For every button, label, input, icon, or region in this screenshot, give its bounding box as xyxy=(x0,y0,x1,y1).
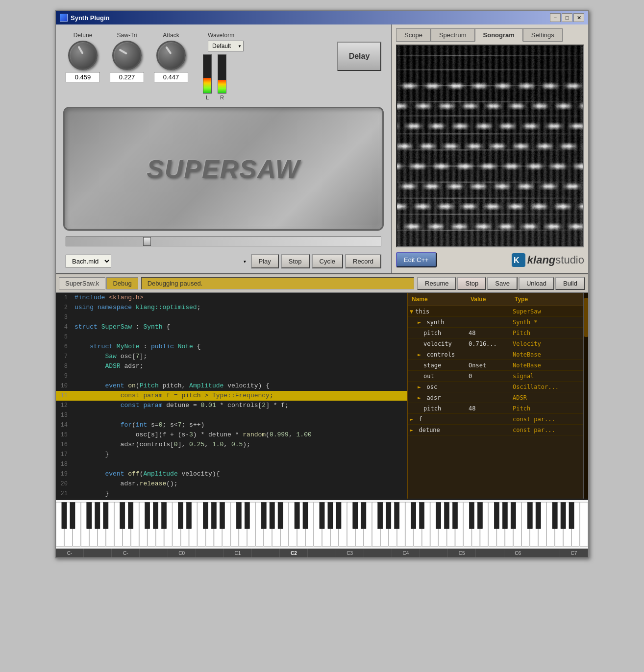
debug-row-adsr[interactable]: ► adsr ADSR xyxy=(408,392,583,403)
sawtri-label: Saw-Tri xyxy=(117,32,137,39)
klang-logo-icon: K xyxy=(512,253,525,267)
debug-row-stage[interactable]: stage Onset NoteBase xyxy=(408,360,583,371)
svg-rect-80 xyxy=(220,503,224,529)
sawtri-group: Saw-Tri 0.227 xyxy=(110,32,144,82)
code-editor[interactable]: 1 #include <klang.h> 2 using namespace k… xyxy=(56,293,407,499)
piano-label-c7: C7 xyxy=(560,549,588,557)
debug-row-detune[interactable]: ► detune const par... xyxy=(408,425,583,435)
svg-rect-106 xyxy=(527,503,532,529)
debug-panel: Name Value Type ▼this SuperSaw ► synth xyxy=(407,293,583,499)
tab-settings[interactable]: Settings xyxy=(523,28,563,42)
detune-knob[interactable] xyxy=(68,41,98,70)
unload-button[interactable]: Unload xyxy=(519,277,554,290)
svg-rect-109 xyxy=(561,503,566,529)
piano-label-empty8 xyxy=(476,549,504,557)
svg-rect-78 xyxy=(203,503,208,529)
svg-rect-91 xyxy=(353,503,358,529)
waveform-select[interactable]: Default Sine Square Triangle xyxy=(208,41,244,51)
debug-row-synth[interactable]: ► synth Synth * xyxy=(408,317,583,328)
delay-button[interactable]: Delay xyxy=(337,42,381,71)
svg-text:K: K xyxy=(514,256,520,264)
svg-rect-72 xyxy=(128,503,133,529)
piano: // Generate piano white keys inline C- C… xyxy=(56,499,588,557)
waveform-select-wrapper[interactable]: Default Sine Square Triangle xyxy=(208,41,244,51)
svg-rect-75 xyxy=(162,503,167,529)
code-line: 15 osc[s](f + (s-3) * detune * random(0.… xyxy=(56,430,407,440)
svg-rect-67 xyxy=(70,503,75,529)
svg-rect-93 xyxy=(378,503,383,529)
code-line: 6 struct MyNote : public Note { xyxy=(56,342,407,352)
debug-row-pitch2[interactable]: pitch 48 Pitch xyxy=(408,403,583,414)
build-button[interactable]: Build xyxy=(555,277,585,290)
tab-scope[interactable]: Scope xyxy=(396,28,431,42)
klang-logo-text: klangstudio xyxy=(527,254,584,266)
midi-select-wrapper[interactable]: Bach.mid xyxy=(66,255,249,268)
sawtri-knob[interactable] xyxy=(112,41,142,70)
debug-stop-button[interactable]: Stop xyxy=(457,277,486,290)
klang-logo: K klangstudio xyxy=(512,253,584,267)
debug-row-this[interactable]: ▼this SuperSaw xyxy=(408,306,583,317)
tab-spectrum[interactable]: Spectrum xyxy=(431,28,475,42)
piano-label-c-minus2: C- xyxy=(112,549,140,557)
tab-sonogram[interactable]: Sonogram xyxy=(475,28,523,42)
white-keys-container: // Generate piano white keys inline xyxy=(56,500,588,549)
cycle-button[interactable]: Cycle xyxy=(312,254,344,268)
minimize-button[interactable]: − xyxy=(550,13,561,22)
viz-footer: Edit C++ K klangstudio xyxy=(396,250,584,269)
close-button[interactable]: ✕ xyxy=(573,13,584,22)
vu-right-meter xyxy=(218,54,226,94)
supersaw-text: SUPERSAW xyxy=(147,154,300,184)
waveform-label: Waveform xyxy=(208,32,234,39)
debug-row-out[interactable]: out 0 signal xyxy=(408,371,583,382)
piano-label-c6: C6 xyxy=(504,549,532,557)
code-line: 10 event on(Pitch pitch, Amplitude veloc… xyxy=(56,381,407,391)
progress-slider[interactable] xyxy=(66,237,381,246)
svg-rect-104 xyxy=(502,503,507,529)
svg-rect-70 xyxy=(103,503,108,529)
svg-rect-108 xyxy=(552,503,557,529)
title-bar: Synth Plugin − □ ✕ xyxy=(56,11,588,24)
sawtri-value: 0.227 xyxy=(110,72,144,82)
viz-tabs: Scope Spectrum Sonogram Settings xyxy=(396,28,584,42)
debug-row-controls[interactable]: ► controls NoteBase xyxy=(408,349,583,360)
piano-labels: C- C- C0 C1 C2 C3 C4 C5 C6 C7 xyxy=(56,549,588,557)
transport-row: Bach.mid Play Stop Cycle Record xyxy=(61,254,386,268)
svg-rect-84 xyxy=(270,503,274,529)
svg-rect-71 xyxy=(120,503,125,529)
supersaw-logo: SUPERSAW xyxy=(63,107,384,231)
attack-knob[interactable] xyxy=(156,41,186,70)
debug-status: Debugging paused. xyxy=(141,277,414,289)
record-button[interactable]: Record xyxy=(345,254,381,268)
svg-rect-83 xyxy=(261,503,266,529)
resume-button[interactable]: Resume xyxy=(417,277,456,290)
svg-rect-79 xyxy=(211,503,216,529)
maximize-button[interactable]: □ xyxy=(562,13,572,22)
svg-rect-65 xyxy=(580,503,588,547)
save-button[interactable]: Save xyxy=(487,277,518,290)
edit-cpp-button[interactable]: Edit C++ xyxy=(396,252,437,267)
debug-row-osc[interactable]: ► osc Oscillator... xyxy=(408,382,583,392)
tab-supersaw-k[interactable]: SuperSaw.k xyxy=(59,277,105,289)
svg-rect-92 xyxy=(361,503,366,529)
tab-debug[interactable]: Debug xyxy=(106,277,138,289)
debug-row-pitch1[interactable]: pitch 48 Pitch xyxy=(408,328,583,338)
midi-file-select[interactable]: Bach.mid xyxy=(66,255,111,268)
debug-row-velocity[interactable]: velocity 0.716... Velocity xyxy=(408,338,583,349)
play-button[interactable]: Play xyxy=(251,254,279,268)
knobs-row: Detune 0.459 Saw-Tri 0.227 Attack 0.447 xyxy=(61,29,386,103)
code-line: 12 const param detune = 0.01 * controls[… xyxy=(56,401,407,410)
debug-scrollbar[interactable] xyxy=(583,293,588,499)
svg-rect-100 xyxy=(452,503,457,529)
debug-row-f[interactable]: ► f const par... xyxy=(408,414,583,425)
piano-label-empty6 xyxy=(364,549,392,557)
attack-label: Attack xyxy=(163,32,179,39)
svg-rect-95 xyxy=(395,503,399,529)
debug-col-value: Value xyxy=(467,295,511,304)
main-window: Synth Plugin − □ ✕ Detune 0.459 Saw-Tri xyxy=(55,10,589,558)
piano-label-empty7 xyxy=(420,549,448,557)
svg-rect-102 xyxy=(477,503,482,529)
svg-rect-107 xyxy=(536,503,541,529)
svg-rect-99 xyxy=(444,503,449,529)
code-line: 2 using namespace klang::optimised; xyxy=(56,303,407,312)
stop-button[interactable]: Stop xyxy=(281,254,310,268)
